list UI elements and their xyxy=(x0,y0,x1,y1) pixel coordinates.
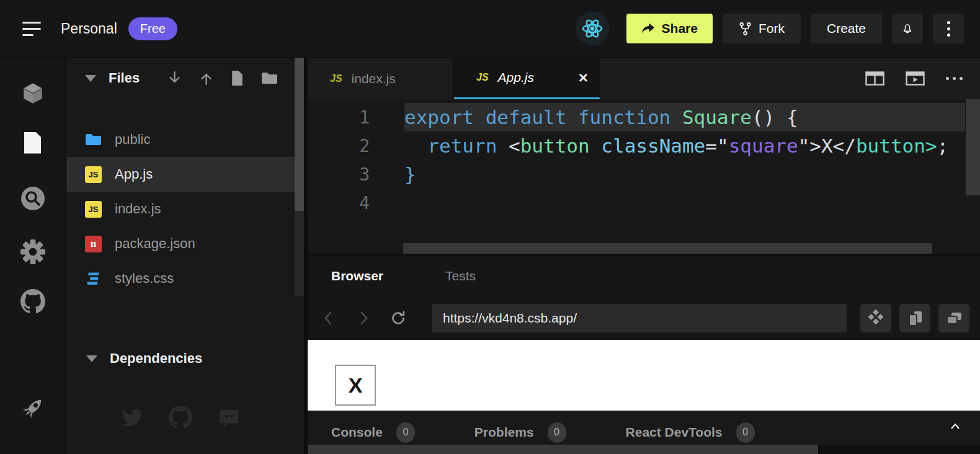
diamond-grid-icon xyxy=(866,309,885,327)
code-editor[interactable]: 1export default function Square() {2 ret… xyxy=(308,99,980,254)
social-links xyxy=(66,406,295,429)
url-input[interactable]: https://vkd4n8.csb.app/ xyxy=(432,304,847,332)
file-name: App.js xyxy=(115,166,153,182)
line-number: 4 xyxy=(308,193,404,213)
devtools-bar: Console 0 Problems 0 React DevTools 0 xyxy=(308,411,980,454)
line-number: 2 xyxy=(308,136,404,156)
dependencies-header: Dependencies xyxy=(66,337,304,380)
rocket-icon xyxy=(20,395,46,421)
problems-tab[interactable]: Problems 0 xyxy=(474,422,566,443)
js-badge: JS xyxy=(330,73,342,84)
line-text: } xyxy=(404,163,416,185)
bell-icon xyxy=(899,20,915,37)
new-folder-icon[interactable] xyxy=(261,71,278,85)
tab-appjs[interactable]: JS App.js × xyxy=(454,58,600,99)
explorer-nav-item[interactable] xyxy=(19,129,47,156)
editor-vscrollbar-thumb[interactable] xyxy=(966,99,980,195)
sandbox-nav-item[interactable] xyxy=(19,79,47,107)
js-file-icon: JS xyxy=(85,201,102,218)
files-collapse-caret[interactable] xyxy=(85,75,96,82)
kebab-icon xyxy=(947,21,950,37)
explorer-scrollbar-thumb[interactable] xyxy=(295,58,304,211)
editor-tab-bar: JS index.js JS App.js × xyxy=(308,58,980,99)
upload-icon[interactable] xyxy=(199,71,213,86)
tab-tests[interactable]: Tests xyxy=(445,269,476,283)
file-row-indexjs[interactable]: JS index.js xyxy=(66,192,304,226)
search-icon xyxy=(19,185,47,212)
twitter-icon[interactable] xyxy=(120,406,144,429)
file-row-stylescss[interactable]: styles.css xyxy=(66,261,304,296)
new-file-icon[interactable] xyxy=(231,70,244,86)
content: Files xyxy=(0,58,980,454)
browser-tab-bar: Browser Tests xyxy=(308,256,980,296)
preview-settings-button[interactable] xyxy=(860,304,891,332)
editor-tab-actions xyxy=(865,58,980,99)
share-button[interactable]: Share xyxy=(626,14,713,43)
search-nav-item[interactable] xyxy=(19,185,47,212)
github-nav-item[interactable] xyxy=(19,288,47,315)
menu-icon[interactable] xyxy=(22,22,43,36)
editor-menu-icon[interactable] xyxy=(946,77,963,80)
react-icon xyxy=(580,16,605,41)
line-number: 1 xyxy=(308,107,404,128)
editor-column: JS index.js JS App.js × xyxy=(304,58,980,454)
settings-nav-item[interactable] xyxy=(19,238,47,265)
dependencies-collapse-caret[interactable] xyxy=(86,355,97,362)
forward-icon[interactable] xyxy=(357,310,371,326)
files-title: Files xyxy=(109,70,140,86)
files-header: Files xyxy=(66,58,304,99)
tab-indexjs[interactable]: JS index.js xyxy=(308,58,454,99)
line-number: 3 xyxy=(308,164,404,185)
activity-rail xyxy=(0,58,65,454)
console-tab[interactable]: Console 0 xyxy=(331,422,415,443)
devtools-scrollbar-thumb[interactable] xyxy=(308,445,818,454)
file-row-appjs[interactable]: JS App.js xyxy=(66,157,304,192)
problems-label: Problems xyxy=(474,425,534,440)
editor-hscrollbar-thumb[interactable] xyxy=(403,243,932,254)
github-link-icon[interactable] xyxy=(169,406,192,429)
code-lines: 1export default function Square() {2 ret… xyxy=(308,103,980,217)
top-bar: Personal Free Share xyxy=(0,0,980,58)
npm-file-icon: n xyxy=(85,236,102,252)
clone-preview-button[interactable] xyxy=(899,304,930,332)
line-text: export default function Square() { xyxy=(404,106,798,128)
back-icon[interactable] xyxy=(321,310,335,326)
file-row-public[interactable]: public xyxy=(66,122,304,157)
download-icon[interactable] xyxy=(167,71,182,86)
fork-label: Fork xyxy=(759,21,785,36)
discord-icon[interactable] xyxy=(217,406,241,429)
file-explorer: Files xyxy=(65,58,304,454)
deploy-nav-item[interactable] xyxy=(19,394,47,422)
tab-label: index.js xyxy=(352,71,396,86)
fork-button[interactable]: Fork xyxy=(723,14,801,43)
file-name: package.json xyxy=(115,236,195,252)
overlap-windows-icon xyxy=(945,309,963,327)
close-tab-icon[interactable]: × xyxy=(579,69,588,86)
expand-devtools-icon[interactable] xyxy=(950,423,960,430)
devtools-scrollbar-track[interactable] xyxy=(308,445,980,454)
file-row-packagejson[interactable]: n package.json xyxy=(66,226,304,261)
split-editor-icon[interactable] xyxy=(865,70,884,87)
browser-nav-bar: https://vkd4n8.csb.app/ xyxy=(308,296,980,340)
js-file-icon: JS xyxy=(85,166,102,183)
square-button[interactable]: X xyxy=(335,365,376,406)
refresh-icon[interactable] xyxy=(390,309,407,327)
react-devtools-tab[interactable]: React DevTools 0 xyxy=(626,422,755,443)
file-name: styles.css xyxy=(115,270,174,287)
folder-icon xyxy=(85,131,102,148)
open-preview-icon[interactable] xyxy=(906,70,925,87)
code-line: 2 return <button className="square">X</b… xyxy=(308,131,980,160)
tab-browser[interactable]: Browser xyxy=(331,269,383,283)
browser-panel: Browser Tests https://vkd4n8.csb.app/ xyxy=(308,254,980,454)
notifications-button[interactable] xyxy=(892,14,923,43)
popout-preview-button[interactable] xyxy=(938,304,969,332)
workspace-name[interactable]: Personal xyxy=(61,20,117,37)
code-line: 3} xyxy=(308,160,980,189)
file-name: public xyxy=(115,131,150,148)
file-icon xyxy=(24,132,41,154)
react-logo xyxy=(576,12,609,45)
overflow-menu-button[interactable] xyxy=(933,14,964,43)
code-line: 1export default function Square() { xyxy=(308,103,980,131)
create-button[interactable]: Create xyxy=(811,14,882,43)
problems-count-badge: 0 xyxy=(548,422,566,443)
